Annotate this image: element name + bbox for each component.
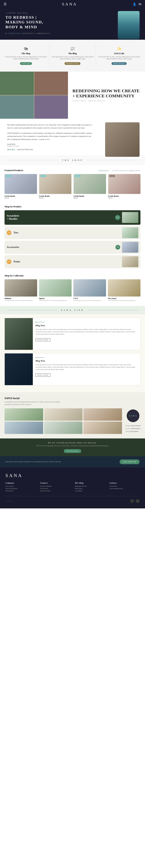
- social-section: SANA Social Community is fostered throug…: [0, 392, 145, 438]
- story-more-link[interactable]: MORE: [7, 149, 16, 151]
- social-photo-4: [4, 422, 43, 434]
- footer-accessibility[interactable]: Accessibility: [75, 490, 105, 492]
- product-4-name: Lorem Ipsum: [108, 195, 141, 197]
- footer-explore-blog[interactable]: Explore the Blog: [40, 490, 70, 492]
- footer-website[interactable]: www.loremipsum.com: [110, 488, 140, 489]
- social-logo-text: SANA: [129, 414, 137, 417]
- coll-2-desc: Lorem ipsum dolor sit amet consectetur a…: [39, 300, 71, 302]
- footer-social-icons: f ig: [130, 499, 140, 503]
- collection-ufo[interactable]: U.F.O Lorem ipsum dolor sit amet consect…: [74, 279, 106, 302]
- shop-section-title: THE SHOP: [58, 159, 87, 162]
- hero-tagline: TO REDRESS | MAKING SOUND, BODY & MIND: [5, 15, 67, 29]
- product-4[interactable]: Natural Lorem Ipsum $44.00: [108, 174, 141, 199]
- badge-2: Preview: [40, 175, 47, 177]
- footer-join[interactable]: Join the community: [40, 485, 70, 487]
- blog-1-tag: Blog Post: [35, 321, 138, 323]
- footer-about[interactable]: About SANA: [5, 490, 35, 492]
- product-2[interactable]: Preview Lorem Ipsum $44.00: [39, 174, 71, 199]
- browse-posts-button[interactable]: BROWSE POSTS: [64, 62, 81, 65]
- more-details-button[interactable]: MORE DETAILS: [112, 62, 127, 65]
- hero-section: : LATIN: [SA·NA] TO REDRESS | MAKING SOU…: [0, 8, 145, 40]
- badge-4: Natural: [109, 175, 115, 177]
- category-sweatshirts[interactable]: Sweatshirts+ Hoodies 1957: [4, 210, 141, 225]
- shop-card-title: The Shop: [5, 52, 47, 55]
- join-fam-button[interactable]: JOIN THE FAM: [120, 460, 140, 464]
- product-1-price: $44.00: [4, 197, 37, 199]
- footer-shipping[interactable]: Shipping & delivery: [75, 485, 105, 487]
- blog-1-read-more[interactable]: READ MORE: [35, 338, 50, 341]
- featured-products-section: Featured Products Shop all products Or s…: [0, 165, 145, 203]
- blog-icon: 📰: [52, 46, 93, 51]
- collection-classic[interactable]: The Classic Lorem ipsum dolor sit amet c…: [108, 279, 141, 302]
- cat-sweat-label: Sweatshirts+ Hoodies: [7, 214, 115, 221]
- products-row: Preview Lorem Ipsum $44.00 Preview Lorem…: [4, 174, 141, 199]
- cat-acc-count: 1241: [115, 245, 120, 250]
- user-icon[interactable]: 👤: [133, 3, 136, 6]
- story-text-section: My mental health journey has been messy …: [0, 119, 145, 155]
- badge-3: Preview: [75, 175, 81, 177]
- footer-instagram-icon[interactable]: ig: [136, 499, 140, 503]
- newsletter-section: Subscribe to our bi-weekly newsletter to…: [0, 456, 145, 467]
- mission-banner: We are a brand passionate about our miss…: [0, 438, 145, 456]
- footer-connect-title: Connect: [40, 482, 70, 484]
- all-products-link[interactable]: Shop all products: [98, 170, 109, 172]
- shop-by-collection-title: Shop by Collection: [4, 274, 141, 277]
- product-3[interactable]: Preview Lorem Ipsum $44.00: [74, 174, 106, 199]
- blog-2-read-more[interactable]: READ MORE: [35, 374, 50, 377]
- social-photo-3: [83, 408, 122, 421]
- collection-optical[interactable]: Optical Lorem ipsum dolor sit amet conse…: [39, 279, 71, 302]
- coll-4-name: The Classic: [108, 298, 141, 300]
- coll-2-name: Optical: [39, 298, 71, 300]
- category-accessories[interactable]: Accessories 1241: [4, 241, 141, 254]
- cat-sweat-img: [122, 212, 138, 223]
- social-photo-2: [44, 408, 83, 421]
- coll-1-desc: Lorem ipsum dolor sit amet, consectetur …: [4, 300, 37, 302]
- blog-1-text: Lorem ipsum dolor sit amet, consectetur …: [35, 329, 138, 335]
- sana-life-title: SANA LIFE: [57, 309, 88, 312]
- hero-image: [118, 11, 140, 39]
- shop-now-button[interactable]: SHOP NOW: [20, 62, 32, 65]
- bag-icon[interactable]: 🛍: [139, 3, 141, 6]
- story-more-text: about the SANA story: [17, 149, 33, 150]
- collection-habitual[interactable]: Habitual Lorem ipsum dolor sit amet, con…: [4, 279, 37, 302]
- shop-icon: 🛍: [5, 46, 47, 51]
- hamburger-icon[interactable]: ☰: [4, 2, 6, 6]
- mission-text: We are a brand passionate about our miss…: [5, 442, 140, 444]
- navigation: ☰ SANA 👤 🛍: [0, 0, 145, 8]
- cat-tees-label: Tees: [13, 231, 122, 234]
- product-3-name: Lorem Ipsum: [74, 195, 106, 197]
- footer-terms[interactable]: Terms & Conditions: [5, 488, 35, 489]
- social-photo-6: [83, 422, 122, 434]
- category-prints[interactable]: 1959 Prints: [4, 255, 141, 268]
- product-4-price: $44.00: [108, 197, 141, 199]
- coll-1-name: Habitual: [4, 298, 37, 300]
- sana-life-divider: SANA LIFE: [0, 306, 145, 314]
- product-1[interactable]: Preview Lorem Ipsum $44.00: [4, 174, 37, 199]
- story-heading: REDEFINING HOW WE CREATE + EXPERIENCE CO…: [72, 88, 141, 98]
- story-sub: IN WELLNESS + MENTAL HEALTH: [72, 100, 141, 102]
- nav-icons: 👤 🛍: [133, 3, 141, 6]
- footer-involved[interactable]: Get Involved: [40, 488, 70, 489]
- ig-handle[interactable]: @Loremipsum: [132, 425, 141, 427]
- shop-by-product-section: Shop by Product Sweatshirts+ Hoodies 195…: [0, 203, 145, 272]
- shop-card: 🛍 The Shop Lorem ipsum dolor sit amet, c…: [3, 44, 49, 67]
- social-right: SANA Instagram @Loremipsum Facebook @Lor…: [125, 409, 141, 433]
- coll-4-desc: Lorem ipsum dolor sit amet consectetur a…: [108, 300, 141, 302]
- footer-returns[interactable]: Return policy: [75, 488, 105, 489]
- social-desc: Community is fostered through shared exp…: [4, 401, 62, 406]
- footer-privacy[interactable]: Privacy policy: [5, 485, 35, 487]
- cat-sweat-count: 1957: [115, 215, 120, 220]
- blog-2-tag: Blog Post: [35, 357, 138, 358]
- social-photo-5: [44, 422, 83, 434]
- footer-logo: SANA: [5, 473, 140, 478]
- find-out-more-button[interactable]: Find Out More: [64, 449, 81, 453]
- category-tees[interactable]: 1959 Tees: [4, 226, 141, 239]
- footer-facebook-icon[interactable]: f: [130, 499, 134, 503]
- customize-text: Or scroll to customize your shopping exp…: [112, 170, 141, 172]
- fb-handle[interactable]: @Loremipsum: [132, 428, 140, 429]
- story-para-1: My mental health journey has been messy …: [7, 123, 94, 129]
- blog-post-2: Blog Post Blog Post Lorem ipsum dolor si…: [4, 353, 141, 385]
- social-photo-1: [4, 408, 43, 421]
- footer-contact-form[interactable]: Contact form: [110, 485, 140, 487]
- tt-handle[interactable]: @Loremipsum: [130, 431, 139, 432]
